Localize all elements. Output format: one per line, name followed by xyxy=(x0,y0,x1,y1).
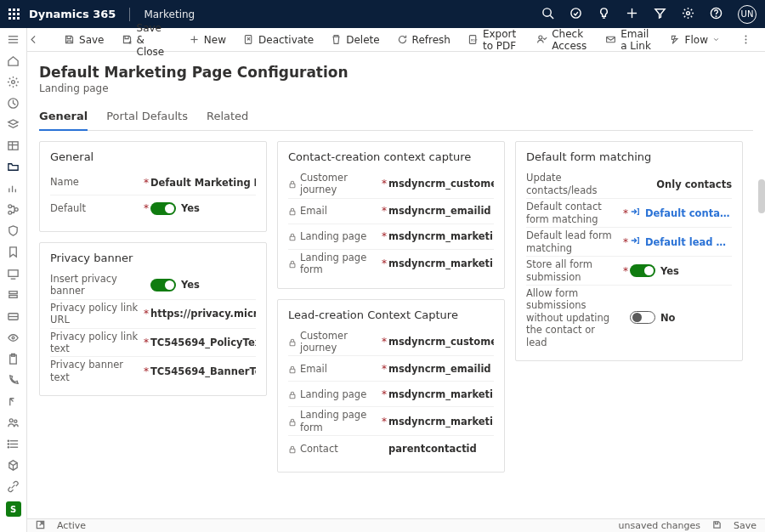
search-icon[interactable] xyxy=(541,7,554,22)
field-email[interactable]: Email * msdyncrm_emailid xyxy=(288,199,494,224)
layered-icon[interactable] xyxy=(7,118,20,131)
people-icon[interactable] xyxy=(7,416,20,429)
link-icon[interactable] xyxy=(7,480,20,493)
export-pdf-button[interactable]: PDFExport to PDF xyxy=(461,25,526,54)
footer-save-label[interactable]: Save xyxy=(734,520,756,531)
folder-icon[interactable] xyxy=(7,161,20,173)
field-allow-without-update[interactable]: Allow form submissions without updating … xyxy=(526,286,732,350)
field-default[interactable]: Default * Yes xyxy=(50,195,256,221)
gear-icon[interactable] xyxy=(7,76,20,88)
record-status: Active xyxy=(57,520,86,531)
refresh-button[interactable]: Refresh xyxy=(390,31,457,48)
svg-rect-51 xyxy=(290,184,295,189)
toggle-store-all[interactable]: Yes xyxy=(630,264,679,277)
field-privacy-url[interactable]: Privacy policy link URL * https://privac… xyxy=(50,300,256,329)
toggle-switch[interactable] xyxy=(630,264,655,277)
field-contact[interactable]: Contact parentcontactid xyxy=(288,436,494,461)
field-label: Default contact form matching xyxy=(526,201,621,225)
popout-icon[interactable] xyxy=(36,520,45,532)
field-name[interactable]: Name * Default Marketing Page ... xyxy=(50,170,256,195)
field-update-contacts-leads[interactable]: Update contacts/leads Only contacts xyxy=(526,170,732,199)
more-commands-button[interactable] xyxy=(734,31,758,48)
svg-point-32 xyxy=(14,208,18,212)
toggle-switch[interactable] xyxy=(150,279,176,291)
filter-icon[interactable] xyxy=(654,7,666,22)
chart-icon[interactable] xyxy=(7,182,20,195)
flow-button[interactable]: Flow xyxy=(663,31,727,48)
clipboard-icon[interactable] xyxy=(7,353,20,365)
check-access-button[interactable]: Check Access xyxy=(530,25,595,54)
stack-icon[interactable] xyxy=(7,289,20,302)
toggle-switch[interactable] xyxy=(150,202,176,215)
user-avatar[interactable]: UN xyxy=(738,5,756,24)
table-icon[interactable] xyxy=(7,139,20,152)
phone-icon[interactable] xyxy=(7,374,20,387)
field-value: TC545694_PolicyText_Rng xyxy=(150,337,256,348)
tab-related[interactable]: Related xyxy=(207,105,248,131)
delete-button[interactable]: Delete xyxy=(324,31,386,48)
tab-general[interactable]: General xyxy=(39,105,88,131)
product-name[interactable]: Dynamics 365 xyxy=(29,8,116,20)
clock-icon[interactable] xyxy=(7,97,20,110)
home-icon[interactable] xyxy=(7,54,20,67)
area-switcher[interactable]: S xyxy=(6,501,21,517)
toggle-allow-without-update[interactable]: No xyxy=(630,311,676,324)
app-launcher-icon[interactable] xyxy=(8,8,20,20)
cube-icon[interactable] xyxy=(7,459,20,472)
add-icon[interactable] xyxy=(626,7,638,22)
lock-icon xyxy=(288,207,297,215)
scrollbar-thumb[interactable] xyxy=(758,179,765,213)
svg-point-8 xyxy=(716,15,717,16)
app-name[interactable]: Marketing xyxy=(144,8,195,20)
lookup-link[interactable]: Default contact mat... xyxy=(645,207,732,219)
email-link-button[interactable]: Email a Link xyxy=(598,25,659,54)
form-body: Default Marketing Page Configuration Lan… xyxy=(27,52,765,518)
toggle-default[interactable]: Yes xyxy=(150,202,200,215)
check-access-label: Check Access xyxy=(552,28,588,52)
shield-icon[interactable] xyxy=(7,224,20,237)
field-default-lead-matching[interactable]: Default lead form matching * Default lea… xyxy=(526,228,732,257)
field-value: msdyncrm_marketingp... xyxy=(388,388,494,400)
field-privacy-banner-text[interactable]: Privacy banner text * TC545694_BannerTex… xyxy=(50,357,256,385)
branch-icon[interactable] xyxy=(7,203,20,216)
hamburger-icon[interactable] xyxy=(7,33,20,46)
field-customer-journey[interactable]: Customer journey * msdyncrm_customerjo..… xyxy=(288,328,494,357)
field-email[interactable]: Email * msdyncrm_emailid xyxy=(288,356,494,382)
save-icon[interactable] xyxy=(712,520,722,532)
lightbulb-icon[interactable] xyxy=(598,7,610,22)
field-default-contact-matching[interactable]: Default contact form matching * Default … xyxy=(526,199,732,228)
task-icon[interactable] xyxy=(570,7,582,22)
field-landing-page[interactable]: Landing page * msdyncrm_marketingp... xyxy=(288,382,494,407)
toggle-insert-banner[interactable]: Yes xyxy=(150,279,200,291)
required-indicator: * xyxy=(621,236,630,248)
lock-icon xyxy=(288,444,297,453)
svg-point-48 xyxy=(8,444,8,444)
lookup-link[interactable]: Default lead matchi... xyxy=(645,236,732,248)
toggle-label: Yes xyxy=(181,279,200,291)
deactivate-button[interactable]: Deactivate xyxy=(236,31,320,48)
bookmark-icon[interactable] xyxy=(7,246,20,258)
field-insert-privacy-banner[interactable]: Insert privacy banner Yes xyxy=(50,271,256,300)
required-indicator: * xyxy=(380,388,388,400)
eye-icon[interactable] xyxy=(7,331,20,344)
help-icon[interactable] xyxy=(710,7,722,22)
new-button[interactable]: New xyxy=(182,31,233,48)
settings-icon[interactable] xyxy=(682,7,694,22)
field-landing-form[interactable]: Landing page form * msdyncrm_marketingf.… xyxy=(288,407,494,436)
tab-portal-defaults[interactable]: Portal Defaults xyxy=(106,105,188,131)
save-button[interactable]: Save xyxy=(57,31,110,48)
field-customer-journey[interactable]: Customer journey * msdyncrm_customerjo..… xyxy=(288,170,494,199)
list-icon[interactable] xyxy=(7,438,20,450)
arrow-up-icon[interactable] xyxy=(7,395,20,408)
lock-icon xyxy=(288,337,297,346)
field-landing-form[interactable]: Landing page form * msdyncrm_marketingf.… xyxy=(288,250,494,278)
svg-point-49 xyxy=(8,447,8,448)
field-store-all-submission[interactable]: Store all form submission * Yes xyxy=(526,257,732,286)
field-privacy-link-text[interactable]: Privacy policy link text * TC545694_Poli… xyxy=(50,329,256,358)
refresh-label: Refresh xyxy=(412,34,450,46)
field-landing-page[interactable]: Landing page * msdyncrm_marketingp... xyxy=(288,224,494,250)
card-icon[interactable] xyxy=(7,310,20,323)
section-privacy-banner: Privacy banner Insert privacy banner Yes… xyxy=(39,242,267,396)
toggle-switch[interactable] xyxy=(630,311,655,324)
monitor-icon[interactable] xyxy=(7,268,20,280)
